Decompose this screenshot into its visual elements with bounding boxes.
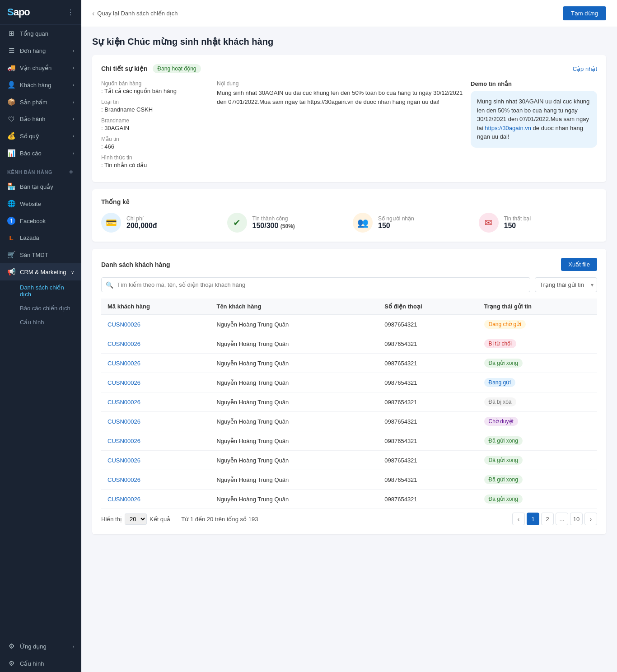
sub-nav-label: Báo cáo chiến dịch [20, 305, 70, 312]
sidebar-item-lazada[interactable]: L Lazada [0, 229, 81, 246]
sidebar: Sapo ⋮ ⊞ Tổng quan ☰ Đơn hàng › 🚚 Vận ch… [0, 0, 81, 672]
update-link[interactable]: Cập nhật [573, 65, 597, 72]
sub-nav-label: Danh sách chiến dịch [20, 284, 64, 298]
back-label: Quay lại Danh sách chiến dịch [97, 10, 178, 17]
cell-customer-id[interactable]: CUSN00026 [101, 451, 210, 470]
sidebar-item-label: Ứng dụng [20, 643, 47, 650]
status-filter-select[interactable]: Trạng thái gửi tin [535, 277, 597, 292]
sidebar-item-danh-sach-chien-dich[interactable]: Danh sách chiến dịch [0, 280, 81, 301]
search-filter-row: 🔍 Trạng thái gửi tin [101, 277, 597, 292]
page-2-button[interactable]: 2 [541, 513, 554, 525]
sidebar-item-website[interactable]: 🌐 Website [0, 195, 81, 212]
sidebar-item-bao-cao-chien-dich[interactable]: Báo cáo chiến dịch [0, 301, 81, 315]
stat-label: Số người nhận [378, 215, 414, 222]
cell-customer-name: Nguyễn Hoàng Trung Quân [210, 392, 378, 412]
status-badge: Chờ duyệt [484, 417, 518, 426]
customer-link[interactable]: CUSN00026 [108, 341, 140, 347]
sidebar-item-van-chuyen[interactable]: 🚚 Vận chuyển › [0, 59, 81, 76]
list-header: Danh sách khách hàng Xuất file [101, 258, 597, 271]
ecommerce-icon: 🛒 [7, 251, 15, 259]
stat-sub: (50%) [280, 223, 295, 229]
failed-icon: ✉ [479, 213, 499, 233]
stat-label: Tin thành công [252, 215, 295, 222]
sidebar-item-tong-quan[interactable]: ⊞ Tổng quan [0, 25, 81, 42]
detail-col-left: Nguồn bán hàng : Tất cả các nguồn bán hà… [101, 80, 210, 173]
pause-button[interactable]: Tạm dừng [563, 6, 606, 20]
customer-link[interactable]: CUSN00026 [108, 399, 140, 406]
add-channel-icon[interactable]: ＋ [68, 168, 75, 176]
back-button[interactable]: ‹ Quay lại Danh sách chiến dịch [92, 9, 178, 18]
arrow-icon: › [73, 83, 74, 88]
customer-link[interactable]: CUSN00026 [108, 360, 140, 367]
cell-customer-id[interactable]: CUSN00026 [101, 392, 210, 412]
logo-text: Sapo [7, 6, 30, 18]
sidebar-item-ban-tai-quay[interactable]: 🏪 Bán tại quầy [0, 178, 81, 195]
export-button[interactable]: Xuất file [561, 258, 597, 271]
cell-customer-id[interactable]: CUSN00026 [101, 354, 210, 373]
page-1-button[interactable]: 1 [527, 513, 539, 525]
cell-status: Đã bị xóa [478, 392, 597, 412]
list-title: Danh sách khách hàng [101, 261, 170, 268]
sidebar-item-label: Số quỹ [20, 133, 39, 140]
cell-customer-name: Nguyễn Hoàng Trung Quân [210, 451, 378, 470]
search-input[interactable] [101, 277, 530, 292]
sidebar-item-so-quy[interactable]: 💰 Số quỹ › [0, 127, 81, 145]
prev-page-button[interactable]: ‹ [512, 513, 525, 525]
customer-link[interactable]: CUSN00026 [108, 438, 140, 444]
sidebar-item-khach-hang[interactable]: 👤 Khách hàng › [0, 76, 81, 93]
result-label: Kết quả [150, 516, 170, 523]
table-header: Mã khách hàng Tên khách hàng Số điện tho… [101, 299, 597, 315]
customer-link[interactable]: CUSN00026 [108, 457, 140, 464]
show-label: Hiển thị [101, 516, 122, 523]
cell-status: Chờ duyệt [478, 412, 597, 431]
table-row: CUSN00026 Nguyễn Hoàng Trung Quân 098765… [101, 334, 597, 354]
sidebar-item-bao-cao[interactable]: 📊 Báo cáo › [0, 145, 81, 162]
menu-icon[interactable]: ⋮ [67, 8, 74, 17]
stat-info: Chi phí 200,000đ [126, 215, 157, 230]
sidebar-item-bao-hanh[interactable]: 🛡 Bảo hành › [0, 111, 81, 127]
per-page-select[interactable]: 20 [125, 513, 147, 525]
sidebar-item-label: Vận chuyển [20, 65, 51, 71]
cell-phone: 0987654321 [378, 354, 477, 373]
sidebar-item-ung-dung[interactable]: ⚙ Ứng dụng › [0, 638, 81, 655]
sidebar-item-san-tmdt[interactable]: 🛒 Sàn TMĐT [0, 246, 81, 263]
field-label: Hình thức tin [101, 154, 210, 161]
cell-customer-id[interactable]: CUSN00026 [101, 412, 210, 431]
cell-customer-id[interactable]: CUSN00026 [101, 470, 210, 490]
sidebar-item-cau-hinh-crm[interactable]: Cấu hình [0, 315, 81, 329]
cell-customer-name: Nguyễn Hoàng Trung Quân [210, 490, 378, 509]
pos-icon: 🏪 [7, 182, 15, 191]
sidebar-item-label: Tổng quan [20, 30, 48, 37]
field-value: : Tin nhắn có dấu [101, 162, 210, 168]
customer-link[interactable]: CUSN00026 [108, 321, 140, 328]
topbar: ‹ Quay lại Danh sách chiến dịch Tạm dừng [81, 0, 617, 27]
demo-link[interactable]: https://30again.vn [485, 125, 531, 131]
sidebar-item-don-hang[interactable]: ☰ Đơn hàng › [0, 42, 81, 59]
customer-link[interactable]: CUSN00026 [108, 476, 140, 483]
cell-customer-name: Nguyễn Hoàng Trung Quân [210, 431, 378, 451]
table-row: CUSN00026 Nguyễn Hoàng Trung Quân 098765… [101, 490, 597, 509]
sidebar-item-crm[interactable]: 📢 CRM & Marketing ∨ [0, 263, 81, 280]
next-page-button[interactable]: › [584, 513, 597, 525]
page-content: Sự kiện Chúc mừng sinh nhật khách hàng C… [81, 27, 617, 543]
cell-customer-id[interactable]: CUSN00026 [101, 315, 210, 334]
sidebar-item-san-pham[interactable]: 📦 Sản phẩm › [0, 93, 81, 111]
customer-link[interactable]: CUSN00026 [108, 418, 140, 425]
page-10-button[interactable]: 10 [570, 513, 583, 525]
cell-customer-id[interactable]: CUSN00026 [101, 334, 210, 354]
customer-link[interactable]: CUSN00026 [108, 379, 140, 386]
customer-link[interactable]: CUSN00026 [108, 496, 140, 503]
sidebar-item-label: Báo cáo [20, 150, 42, 157]
table-row: CUSN00026 Nguyễn Hoàng Trung Quân 098765… [101, 392, 597, 412]
cell-customer-id[interactable]: CUSN00026 [101, 431, 210, 451]
cell-customer-id[interactable]: CUSN00026 [101, 373, 210, 392]
sidebar-item-cau-hinh[interactable]: ⚙ Cấu hình [0, 655, 81, 672]
detail-row-brandname: Brandname : 30AGAIN [101, 117, 210, 131]
cell-customer-id[interactable]: CUSN00026 [101, 490, 210, 509]
detail-row-loai-tin: Loại tin : Brandname CSKH [101, 99, 210, 113]
report-icon: 📊 [7, 149, 15, 157]
card-header: Chi tiết sự kiện Đang hoạt động Cập nhật [101, 64, 597, 73]
sidebar-item-facebook[interactable]: f Facebook [0, 212, 81, 229]
status-badge: Đang gửi [484, 378, 515, 387]
cell-status: Đang gửi [478, 373, 597, 392]
